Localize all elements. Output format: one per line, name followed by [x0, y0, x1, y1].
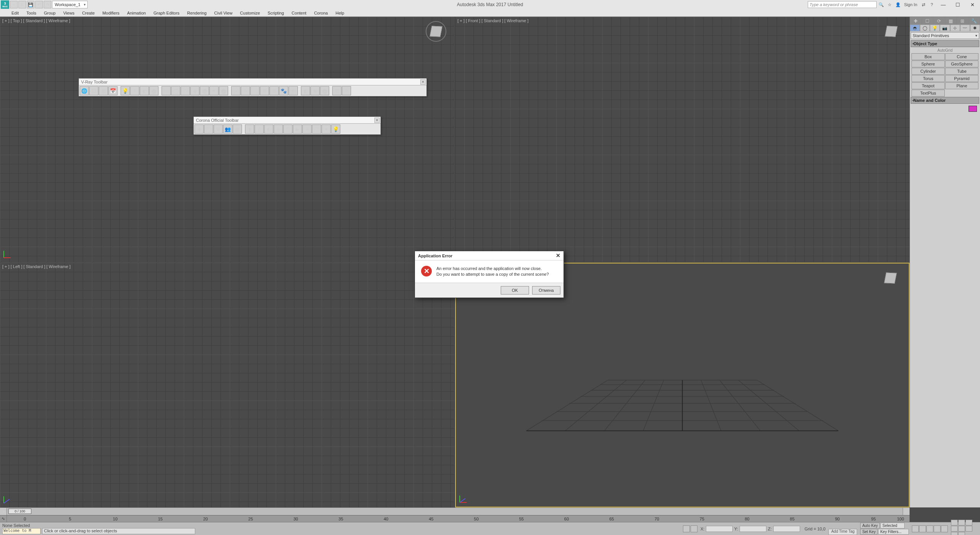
- coord-z-input[interactable]: [773, 526, 800, 532]
- setkey-button[interactable]: Set Key: [860, 529, 877, 535]
- corona-tool-icon[interactable]: ◉: [194, 124, 204, 134]
- vray-light-icon[interactable]: ◐: [140, 86, 149, 95]
- menu-civil-view[interactable]: Civil View: [211, 9, 236, 16]
- create-tab-systems-icon[interactable]: ✱: [970, 25, 980, 31]
- vray-tool-icon[interactable]: ⬤: [200, 86, 209, 95]
- vray-sun-icon[interactable]: ☀: [209, 86, 219, 95]
- track-bar[interactable]: ∿ 0 5 10 15 20 25 30 35 40 45 50 55 60 6…: [0, 515, 910, 522]
- nav-walk-icon[interactable]: [951, 532, 958, 535]
- corona-tool-icon[interactable]: ✦: [302, 124, 312, 134]
- corona-tool-icon[interactable]: ⊕: [274, 124, 283, 134]
- autokey-toggle[interactable]: Auto Key: [860, 523, 880, 528]
- menu-scripting[interactable]: Scripting: [264, 9, 288, 16]
- qat-save-icon[interactable]: 💾: [27, 1, 34, 8]
- viewcube-top[interactable]: [425, 20, 448, 43]
- qat-redo-icon[interactable]: ↷: [44, 1, 51, 8]
- maxscript-listener[interactable]: Welcome to M: [2, 528, 41, 534]
- object-color-swatch[interactable]: [969, 106, 977, 112]
- menu-corona[interactable]: Corona: [310, 9, 332, 16]
- btn-teapot[interactable]: Teapot: [911, 82, 945, 89]
- help-icon[interactable]: ?: [928, 1, 936, 8]
- btn-geosphere[interactable]: GeoSphere: [945, 61, 978, 67]
- vray-tool-icon[interactable]: ⟲: [289, 86, 298, 95]
- create-tab-helpers-icon[interactable]: ⊹: [950, 25, 960, 31]
- menu-content[interactable]: Content: [288, 9, 310, 16]
- menu-group[interactable]: Group: [40, 9, 60, 16]
- add-time-tag[interactable]: Add Time Tag: [828, 529, 857, 535]
- viewport-top-label[interactable]: [ + ] [ Top ] [ Standard ] [ Wireframe ]: [2, 18, 70, 23]
- corona-tool-icon[interactable]: 👥: [223, 124, 232, 134]
- trackbar-ruler[interactable]: 0 5 10 15 20 25 30 35 40 45 50 55 60 65 …: [7, 515, 910, 522]
- lock-selection-icon[interactable]: [683, 525, 690, 532]
- corona-tool-icon[interactable]: ▦: [233, 124, 242, 134]
- time-slider-right-icon[interactable]: ▸: [903, 508, 910, 515]
- corona-tool-icon[interactable]: ▶: [293, 124, 302, 134]
- vray-tool-icon[interactable]: 🐾: [279, 86, 288, 95]
- help-search-input[interactable]: Type a keyword or phrase: [808, 1, 877, 8]
- vray-light-icon[interactable]: ☀: [130, 86, 139, 95]
- snap-toggle-icon[interactable]: [691, 525, 697, 532]
- play-icon[interactable]: ▶: [926, 525, 933, 532]
- keymode-dropdown[interactable]: Selected: [880, 523, 905, 528]
- vray-tool-icon[interactable]: ▣: [310, 86, 320, 95]
- corona-tool-icon[interactable]: ⊡: [283, 124, 292, 134]
- corona-tool-icon[interactable]: ⬚: [312, 124, 321, 134]
- corona-tool-icon[interactable]: ▯: [255, 124, 264, 134]
- cmd-tab-icon[interactable]: ▦: [945, 17, 957, 25]
- vray-help-icon[interactable]: ?: [342, 86, 351, 95]
- menu-animation[interactable]: Animation: [123, 9, 150, 16]
- vray-tool-icon[interactable]: ◉: [190, 86, 199, 95]
- rollout-name-and-color[interactable]: Name and Color: [911, 97, 979, 104]
- btn-plane[interactable]: Plane: [945, 82, 978, 89]
- vray-light-icon[interactable]: 💡: [121, 86, 130, 95]
- menu-create[interactable]: Create: [78, 9, 98, 16]
- corona-toolbar-title[interactable]: Corona Official Toolbar✕: [194, 117, 381, 124]
- btn-sphere[interactable]: Sphere: [911, 61, 945, 67]
- keyfilters-button[interactable]: Key Filters...: [878, 529, 909, 535]
- viewcube-front[interactable]: [880, 20, 903, 43]
- workspace-selector[interactable]: Workspace_1: [52, 1, 88, 8]
- vray-tool-icon[interactable]: 🌐: [80, 86, 89, 95]
- vray-tool-icon[interactable]: ⬤: [219, 86, 228, 95]
- cmd-tab-icon[interactable]: ☐: [922, 17, 934, 25]
- btn-cylinder[interactable]: Cylinder: [911, 68, 945, 75]
- btn-cone[interactable]: Cone: [945, 53, 978, 60]
- signin-link[interactable]: Sign In: [903, 2, 919, 7]
- qat-undo-icon[interactable]: ↶: [35, 1, 43, 8]
- btn-tube[interactable]: Tube: [945, 68, 978, 75]
- vray-tool-icon[interactable]: ⬭: [181, 86, 190, 95]
- goto-start-icon[interactable]: ⏮: [912, 525, 919, 532]
- primitive-category-dropdown[interactable]: Standard Primitives: [911, 32, 979, 39]
- vray-tool-icon[interactable]: ✎: [241, 86, 250, 95]
- time-slider-left-icon[interactable]: ◂: [0, 508, 7, 515]
- menu-customize[interactable]: Customize: [236, 9, 264, 16]
- corona-tool-icon[interactable]: ⚙: [214, 124, 223, 134]
- prev-frame-icon[interactable]: ◂: [919, 525, 926, 532]
- menu-tools[interactable]: Tools: [23, 9, 40, 16]
- rollout-object-type[interactable]: Object Type: [911, 40, 979, 47]
- dialog-ok-button[interactable]: OK: [501, 286, 529, 294]
- nav-pan-icon[interactable]: [958, 526, 965, 532]
- user-icon[interactable]: 👤: [894, 1, 902, 8]
- corona-toolbar[interactable]: Corona Official Toolbar✕ ◉ ◯ ⚙ 👥 ▦ ▮ ▯ ◐…: [193, 116, 381, 135]
- goto-end-icon[interactable]: ⏭: [941, 525, 948, 532]
- btn-box[interactable]: Box: [911, 53, 945, 60]
- nav-zoomall-icon[interactable]: [958, 520, 965, 525]
- viewport-left[interactable]: [ + ] [ Left ] [ Standard ] [ Wireframe …: [0, 263, 454, 508]
- viewport-front-label[interactable]: [ + ] [ Front ] [ Standard ] [ Wireframe…: [457, 18, 529, 23]
- vray-tool-icon[interactable]: ⊞: [260, 86, 269, 95]
- viewport-top[interactable]: [ + ] [ Top ] [ Standard ] [ Wireframe ]: [0, 17, 454, 262]
- coord-x-input[interactable]: [706, 526, 733, 532]
- vray-tool-icon[interactable]: ⬤: [320, 86, 329, 95]
- viewport-front[interactable]: [ + ] [ Front ] [ Standard ] [ Wireframe…: [455, 17, 910, 262]
- vray-tool-icon[interactable]: ⌘: [270, 86, 279, 95]
- vray-light-icon[interactable]: ⬤: [149, 86, 158, 95]
- qat-new-icon[interactable]: ▫: [10, 1, 18, 8]
- cmd-tab-icon[interactable]: ⟳: [933, 17, 945, 25]
- exchange-icon[interactable]: ⇄: [920, 1, 927, 8]
- menu-views[interactable]: Views: [59, 9, 78, 16]
- window-minimize-button[interactable]: —: [936, 0, 950, 9]
- close-icon[interactable]: ✕: [374, 118, 380, 123]
- menu-edit[interactable]: Edit: [8, 9, 23, 16]
- app-logo[interactable]: 3MAX: [1, 0, 9, 9]
